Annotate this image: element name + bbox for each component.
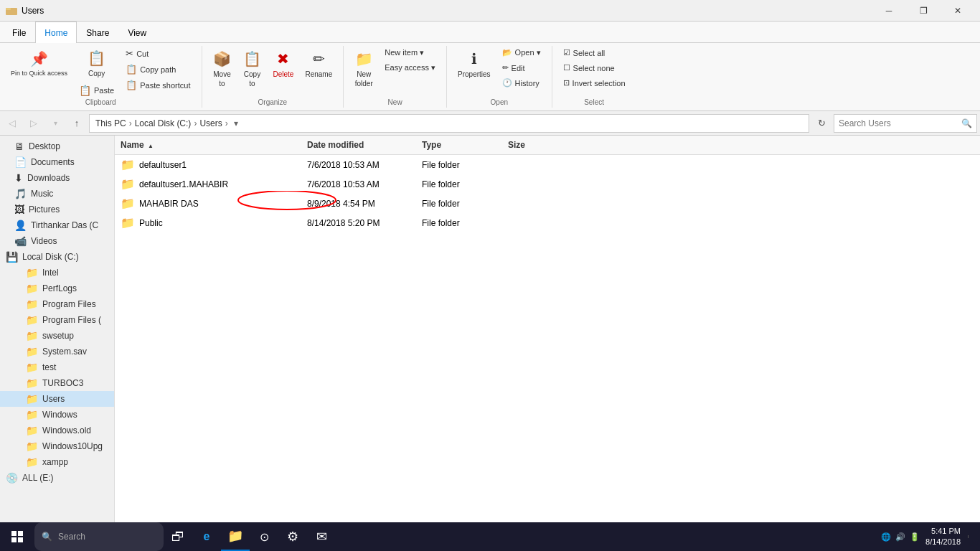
select-all-button[interactable]: ☑ Select all bbox=[558, 46, 631, 60]
file-row-mahabirdas[interactable]: 📁 MAHABIR DAS 8/9/2018 4:54 PM File fold… bbox=[115, 194, 980, 213]
rename-button[interactable]: ✏ Rename bbox=[300, 46, 337, 83]
task-view-button[interactable]: 🗗 bbox=[164, 522, 192, 551]
easy-access-button[interactable]: Easy access ▾ bbox=[380, 61, 440, 75]
properties-button[interactable]: ℹ Properties bbox=[453, 46, 496, 83]
properties-icon: ℹ bbox=[471, 50, 477, 68]
show-desktop-button[interactable] bbox=[968, 535, 974, 538]
title-bar-left: Users bbox=[6, 5, 44, 17]
sidebar-label-programfilesx86: Program Files ( bbox=[42, 315, 101, 325]
chrome-taskbar-button[interactable]: ⊙ bbox=[250, 522, 278, 551]
file-row-public[interactable]: 📁 Public 8/14/2018 5:20 PM File folder bbox=[115, 213, 980, 232]
delete-button[interactable]: ✖ Delete bbox=[268, 46, 299, 83]
search-input[interactable] bbox=[839, 118, 958, 128]
select-col: ☑ Select all ☐ Select none ⊡ Invert sele… bbox=[558, 46, 631, 90]
sidebar-item-programfilesx86[interactable]: 📁 Program Files ( bbox=[0, 312, 114, 328]
sidebar-label-swsetup: swsetup bbox=[42, 331, 74, 341]
volume-icon: 🔊 bbox=[895, 532, 905, 542]
sidebar-item-windows10upg[interactable]: 📁 Windows10Upg bbox=[0, 438, 114, 454]
up-button[interactable]: ↑ bbox=[67, 114, 86, 133]
sidebar-item-perflogs[interactable]: 📁 PerfLogs bbox=[0, 281, 114, 296]
sidebar-label-test: test bbox=[42, 362, 56, 372]
delete-icon: ✖ bbox=[277, 50, 289, 68]
sidebar-item-xampp[interactable]: 📁 xampp bbox=[0, 454, 114, 470]
open-button[interactable]: 📂 Open ▾ bbox=[497, 46, 546, 60]
back-button[interactable]: ◁ bbox=[3, 114, 22, 133]
sidebar-item-users[interactable]: 📁 Users bbox=[0, 391, 114, 407]
maximize-button[interactable]: ❐ bbox=[907, 0, 940, 22]
tab-home[interactable]: Home bbox=[35, 22, 77, 43]
sidebar-item-alle[interactable]: 💿 ALL (E:) bbox=[0, 470, 114, 486]
close-button[interactable]: ✕ bbox=[941, 0, 974, 22]
network-icon: 🌐 bbox=[881, 532, 891, 542]
sidebar-item-turboc3[interactable]: 📁 TURBOC3 bbox=[0, 375, 114, 391]
address-path[interactable]: This PC › Local Disk (C:) › Users › ▾ bbox=[89, 114, 809, 133]
sidebar-label-documents: Documents bbox=[31, 157, 75, 167]
sidebar-item-intel[interactable]: 📁 Intel bbox=[0, 265, 114, 281]
forward-button[interactable]: ▷ bbox=[24, 114, 43, 133]
sidebar-item-desktop[interactable]: 🖥 Desktop bbox=[0, 138, 114, 154]
new-buttons: 📁 Newfolder New item ▾ Easy access ▾ bbox=[349, 46, 440, 98]
copy-path-button[interactable]: 📋 Copy path bbox=[121, 62, 195, 77]
file-row-defaultuser1[interactable]: 📁 defaultuser1 7/6/2018 10:53 AM File fo… bbox=[115, 155, 980, 174]
file-list-header: Name ▲ Date modified Type Size bbox=[115, 136, 980, 155]
sidebar-item-pictures[interactable]: 🖼 Pictures bbox=[0, 202, 114, 217]
sidebar-item-windows[interactable]: 📁 Windows bbox=[0, 407, 114, 423]
header-type[interactable]: Type bbox=[416, 138, 502, 151]
search-taskbar-button[interactable]: 🔍 Search bbox=[34, 522, 164, 551]
users-folder-icon: 📁 bbox=[26, 393, 38, 405]
edit-button[interactable]: ✏ Edit bbox=[497, 61, 546, 75]
title-bar-title: Users bbox=[22, 6, 44, 16]
header-size[interactable]: Size bbox=[502, 138, 560, 151]
sidebar-item-localdisk[interactable]: 💾 Local Disk (C:) bbox=[0, 249, 114, 265]
sidebar-item-documents[interactable]: 📄 Documents bbox=[0, 154, 114, 170]
tab-file[interactable]: File bbox=[3, 22, 35, 43]
header-name[interactable]: Name ▲ bbox=[115, 138, 301, 151]
file-row-defaultuser1mahabir[interactable]: 📁 defaultuser1.MAHABIR 7/6/2018 10:53 AM… bbox=[115, 174, 980, 194]
history-button[interactable]: 🕐 History bbox=[497, 76, 546, 90]
svg-rect-4 bbox=[18, 531, 23, 536]
pin-to-quick-access-button[interactable]: 📌 Pin to Quick access bbox=[6, 46, 72, 81]
file-explorer-taskbar-button[interactable]: 📁 bbox=[221, 522, 250, 551]
paste-button[interactable]: 📋 Paste bbox=[74, 83, 119, 98]
sidebar-item-windowsold[interactable]: 📁 Windows.old bbox=[0, 423, 114, 438]
sidebar-item-music[interactable]: 🎵 Music bbox=[0, 186, 114, 202]
settings-taskbar-button[interactable]: ⚙ bbox=[278, 522, 307, 551]
refresh-button[interactable]: ↻ bbox=[812, 114, 831, 133]
copy-to-button[interactable]: 📋 Copyto bbox=[238, 46, 267, 92]
copy-button-large[interactable]: 📋 Copy bbox=[74, 46, 119, 81]
start-button[interactable] bbox=[0, 522, 34, 551]
sidebar-item-tirthankar[interactable]: 👤 Tirthankar Das (C bbox=[0, 217, 114, 233]
file-explorer-icon: 📁 bbox=[227, 528, 243, 544]
invert-selection-button[interactable]: ⊡ Invert selection bbox=[558, 76, 631, 90]
paste-shortcut-label: Paste shortcut bbox=[140, 81, 190, 90]
header-date[interactable]: Date modified bbox=[301, 138, 416, 151]
copy-path-icon: 📋 bbox=[126, 64, 137, 75]
move-to-button[interactable]: 📦 Moveto bbox=[208, 46, 237, 92]
new-folder-button[interactable]: 📁 Newfolder bbox=[349, 46, 378, 92]
copy-to-label: Copyto bbox=[244, 70, 260, 88]
recent-button[interactable]: ▾ bbox=[46, 114, 65, 133]
file-date-public: 8/14/2018 5:20 PM bbox=[301, 217, 416, 230]
sidebar-item-downloads[interactable]: ⬇ Downloads bbox=[0, 170, 114, 186]
tab-share[interactable]: Share bbox=[77, 22, 118, 43]
sidebar-item-systemsav[interactable]: 📁 System.sav bbox=[0, 344, 114, 359]
paste-shortcut-icon: 📋 bbox=[126, 80, 137, 90]
easy-access-label: Easy access ▾ bbox=[385, 63, 435, 72]
edge-taskbar-button[interactable]: e bbox=[192, 522, 221, 551]
search-box[interactable]: 🔍 bbox=[834, 114, 977, 133]
paste-shortcut-button[interactable]: 📋 Paste shortcut bbox=[121, 77, 195, 93]
invert-icon: ⊡ bbox=[563, 78, 570, 88]
cut-button[interactable]: ✂ Cut bbox=[121, 46, 195, 61]
minimize-button[interactable]: ─ bbox=[872, 0, 905, 22]
sidebar-label-windows10upg: Windows10Upg bbox=[42, 441, 103, 451]
taskbar-clock[interactable]: 5:41 PM 8/14/2018 bbox=[925, 526, 961, 548]
mail-taskbar-button[interactable]: ✉ bbox=[307, 522, 336, 551]
tab-view[interactable]: View bbox=[118, 22, 156, 43]
sidebar-item-test[interactable]: 📁 test bbox=[0, 359, 114, 375]
sidebar-item-videos[interactable]: 📹 Videos bbox=[0, 233, 114, 249]
new-item-button[interactable]: New item ▾ bbox=[380, 46, 440, 60]
sidebar-item-programfiles[interactable]: 📁 Program Files bbox=[0, 296, 114, 312]
svg-rect-3 bbox=[11, 531, 17, 536]
sidebar-item-swsetup[interactable]: 📁 swsetup bbox=[0, 328, 114, 344]
select-none-button[interactable]: ☐ Select none bbox=[558, 61, 631, 75]
